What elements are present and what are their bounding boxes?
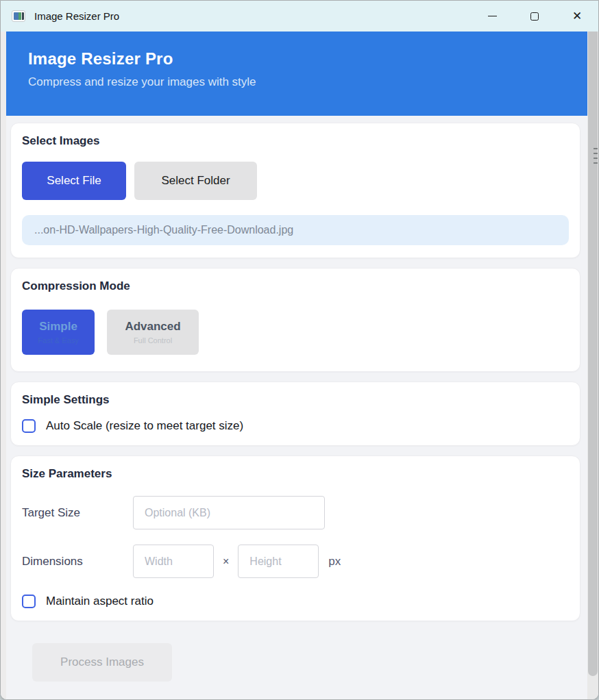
width-input[interactable]	[133, 545, 214, 578]
main-content: Select Images Select File Select Folder …	[6, 116, 587, 699]
mode-simple-button[interactable]: Simple Fast & Easy	[22, 310, 95, 355]
app-icon	[12, 10, 25, 22]
mode-simple-label: Simple	[39, 320, 77, 334]
app-window: Image Resizer Pro ✕ Image Resizer Pro Co…	[0, 0, 599, 700]
mode-simple-sublabel: Fast & Easy	[38, 336, 78, 345]
process-images-button[interactable]: Process Images	[32, 643, 172, 682]
target-size-label: Target Size	[22, 506, 133, 520]
scrollbar-grip-icon	[594, 148, 598, 166]
mode-advanced-sublabel: Full Control	[134, 336, 172, 345]
vertical-scrollbar[interactable]	[587, 32, 598, 699]
maximize-icon	[530, 12, 539, 21]
select-folder-button[interactable]: Select Folder	[134, 162, 257, 200]
close-icon: ✕	[572, 10, 582, 22]
title-bar: Image Resizer Pro ✕	[1, 1, 598, 32]
app-header-title: Image Resizer Pro	[28, 49, 565, 68]
maintain-aspect-label: Maintain aspect ratio	[46, 595, 154, 608]
close-button[interactable]: ✕	[556, 1, 598, 32]
simple-settings-card: Simple Settings Auto Scale (resize to me…	[10, 382, 580, 446]
scrollbar-thumb[interactable]	[588, 32, 598, 676]
select-images-heading: Select Images	[22, 134, 569, 148]
window-frame-edge	[1, 32, 6, 699]
select-images-card: Select Images Select File Select Folder …	[10, 123, 580, 258]
auto-scale-label: Auto Scale (resize to meet target size)	[46, 419, 243, 433]
auto-scale-checkbox[interactable]	[22, 419, 36, 433]
select-file-button[interactable]: Select File	[22, 162, 126, 200]
maintain-aspect-checkbox[interactable]	[22, 595, 36, 608]
maximize-button[interactable]	[513, 1, 556, 32]
app-header-subtitle: Compress and resize your images with sty…	[28, 75, 565, 89]
minimize-button[interactable]	[471, 1, 513, 32]
height-input[interactable]	[238, 545, 319, 578]
compression-mode-card: Compression Mode Simple Fast & Easy Adva…	[10, 268, 580, 372]
selected-file-path: ...on-HD-Wallpapers-High-Quality-Free-Do…	[22, 215, 569, 245]
window-controls: ✕	[471, 1, 598, 32]
compression-mode-heading: Compression Mode	[22, 279, 569, 293]
mode-advanced-label: Advanced	[125, 320, 180, 334]
window-title: Image Resizer Pro	[34, 10, 119, 22]
app-header: Image Resizer Pro Compress and resize yo…	[6, 32, 587, 116]
size-parameters-card: Size Parameters Target Size Dimensions ×…	[10, 455, 580, 621]
simple-settings-heading: Simple Settings	[22, 393, 569, 407]
size-parameters-heading: Size Parameters	[22, 467, 569, 481]
dimensions-unit: px	[328, 555, 341, 568]
target-size-input[interactable]	[133, 496, 325, 529]
mode-advanced-button[interactable]: Advanced Full Control	[107, 310, 199, 355]
dimensions-label: Dimensions	[22, 555, 133, 568]
dimensions-separator: ×	[223, 555, 229, 568]
minimize-icon	[488, 16, 497, 17]
